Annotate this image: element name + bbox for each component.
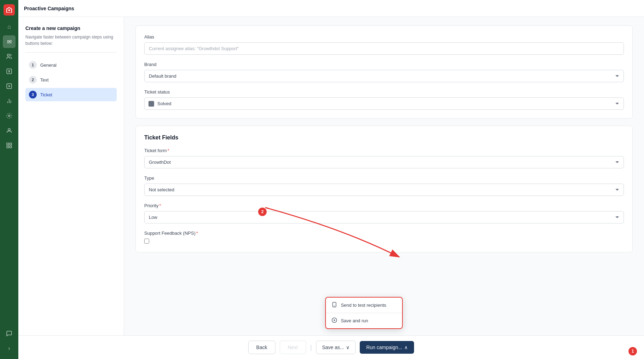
ticket-form-select[interactable]: GrowthDot: [144, 156, 624, 168]
ticket-form-label: Ticket form*: [144, 148, 624, 153]
left-sidebar: ⌂ ✉ ›: [0, 0, 18, 359]
save-as-button[interactable]: Save as... ∨: [316, 341, 356, 354]
send-to-test-icon: [332, 302, 337, 309]
next-button: Next: [280, 341, 306, 354]
svg-point-0: [7, 54, 10, 56]
annotation-badge-2: 2: [258, 208, 267, 216]
main-container: Proactive Campaigns Create a new campaig…: [18, 0, 644, 359]
annotation-circle-1: 1: [628, 347, 637, 355]
chat-icon[interactable]: [3, 327, 16, 340]
step-label-ticket: Ticket: [40, 92, 52, 97]
ticket-status-select-wrapper: Solved: [144, 97, 624, 110]
grid-icon[interactable]: [3, 139, 16, 152]
step-number-2: 2: [29, 76, 37, 84]
run-campaign-wrapper: Run campaign... ∧ Send to test recipient…: [360, 341, 414, 354]
save-and-run-icon: [332, 317, 337, 324]
mail-icon[interactable]: ✉: [3, 35, 16, 48]
alias-input[interactable]: [144, 42, 624, 55]
ticket-status-group: Ticket status Solved: [144, 89, 624, 110]
run-campaign-dropdown: Send to test recipients Save and run: [325, 297, 403, 329]
nps-group: Support Feedback (NPS)*: [144, 231, 624, 244]
annotation-badge-1: 1: [628, 347, 637, 355]
form-section-basic: Alias Brand Default brand Ticket status: [135, 25, 633, 119]
save-and-run-label: Save and run: [341, 318, 368, 323]
list-icon[interactable]: [3, 65, 16, 78]
form-section-ticket-fields: Ticket Fields Ticket form* GrowthDot Typ…: [135, 126, 633, 252]
send-to-test-item[interactable]: Send to test recipients: [326, 298, 402, 313]
brand-label: Brand: [144, 62, 624, 67]
ticket-fields-title: Ticket Fields: [144, 134, 624, 141]
save-and-run-item[interactable]: Save and run: [326, 313, 402, 328]
brand-group: Brand Default brand: [144, 62, 624, 82]
step-number-1: 1: [29, 61, 37, 69]
type-label: Type: [144, 175, 624, 181]
svg-rect-16: [10, 146, 12, 148]
svg-rect-13: [7, 143, 8, 145]
step-item-text[interactable]: 2 Text: [25, 73, 117, 86]
person-icon[interactable]: [3, 124, 16, 137]
run-campaign-button[interactable]: Run campaign... ∧: [360, 341, 414, 354]
expand-icon[interactable]: ›: [3, 342, 16, 355]
run-chevron-icon: ∧: [404, 345, 408, 350]
svg-marker-21: [334, 319, 335, 321]
plus-icon[interactable]: [3, 80, 16, 92]
type-group: Type Not selected: [144, 175, 624, 196]
settings-icon[interactable]: [3, 109, 16, 122]
app-logo: [4, 4, 15, 16]
send-to-test-label: Send to test recipients: [341, 303, 386, 308]
nps-label: Support Feedback (NPS)*: [144, 231, 624, 236]
alias-group: Alias: [144, 34, 624, 55]
ticket-form-group: Ticket form* GrowthDot: [144, 148, 624, 168]
type-select[interactable]: Not selected: [144, 184, 624, 196]
step-item-ticket[interactable]: 3 Ticket: [25, 88, 117, 101]
chart-icon[interactable]: [3, 95, 16, 107]
back-button[interactable]: Back: [248, 341, 275, 354]
annotation-circle-2: 2: [258, 208, 267, 216]
action-bar: Back Next | Save as... ∨ Run campaign...…: [18, 335, 644, 359]
users-icon[interactable]: [3, 50, 16, 63]
alias-label: Alias: [144, 34, 624, 40]
svg-rect-14: [10, 143, 12, 145]
step-item-general[interactable]: 1 General: [25, 58, 117, 72]
ticket-status-label: Ticket status: [144, 89, 624, 95]
steps-divider: [25, 52, 117, 53]
action-divider: |: [310, 344, 312, 351]
steps-description: Navigate faster between campaign steps u…: [25, 34, 117, 47]
ticket-status-icon: [148, 101, 154, 107]
step-label-text: Text: [40, 77, 49, 83]
home-icon[interactable]: ⌂: [3, 20, 16, 33]
steps-heading: Create a new campaign: [25, 25, 117, 31]
svg-point-11: [8, 115, 10, 117]
priority-select[interactable]: Low: [144, 211, 624, 223]
content-area: Create a new campaign Navigate faster be…: [18, 17, 644, 335]
steps-panel: Create a new campaign Navigate faster be…: [18, 17, 124, 335]
priority-label: Priority*: [144, 203, 624, 208]
app-title: Proactive Campaigns: [24, 6, 74, 11]
form-area: Alias Brand Default brand Ticket status: [124, 17, 644, 335]
nps-checkbox[interactable]: [144, 239, 149, 244]
priority-group: Priority* Low: [144, 203, 624, 223]
step-number-3: 3: [29, 91, 37, 98]
nps-checkbox-row: [144, 239, 624, 244]
save-as-chevron-icon: ∨: [346, 345, 350, 350]
ticket-status-select[interactable]: Solved: [144, 97, 624, 110]
svg-rect-15: [7, 146, 8, 148]
svg-point-12: [8, 128, 10, 131]
step-label-general: General: [40, 62, 56, 68]
top-header: Proactive Campaigns: [18, 0, 644, 17]
brand-select[interactable]: Default brand: [144, 70, 624, 82]
